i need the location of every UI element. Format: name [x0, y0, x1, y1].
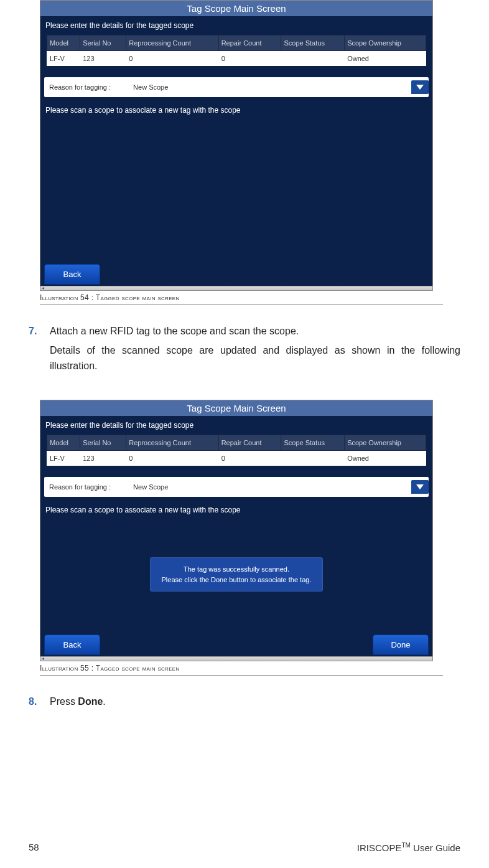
step-8-pre: Press — [50, 696, 78, 707]
table-row: LF-V 123 0 0 Owned — [47, 51, 426, 67]
col-ownership: Scope Ownership — [345, 35, 426, 51]
scrollbar[interactable] — [40, 656, 432, 661]
cell-model: LF-V — [47, 451, 80, 466]
svg-marker-0 — [416, 85, 424, 90]
page-footer: 58 IRISCOPETM User Guide — [29, 842, 460, 853]
cell-reproc: 0 — [126, 51, 218, 67]
reason-value: New Scope — [133, 83, 168, 91]
back-button[interactable]: Back — [44, 634, 100, 655]
step-8-bold: Done — [78, 696, 103, 707]
caption-number: 55 — [80, 664, 89, 672]
product-pre: IRISCOPE — [357, 842, 402, 853]
scrollbar[interactable] — [40, 286, 432, 290]
table-row: LF-V 123 0 0 Owned — [47, 451, 426, 466]
col-ownership: Scope Ownership — [345, 435, 426, 451]
page-number: 58 — [29, 842, 39, 853]
chevron-down-icon[interactable] — [411, 80, 429, 94]
scan-instruction: Please scan a scope to associate a new t… — [40, 97, 432, 117]
cell-serial: 123 — [80, 451, 126, 466]
scope-table: Model Serial No Reprocessing Count Repai… — [47, 435, 426, 466]
reason-select[interactable]: Reason for tagging : New Scope — [44, 477, 429, 497]
illustration-caption-54: Illustration 54 : Tagged scope main scre… — [40, 293, 443, 305]
product-post: User Guide — [411, 842, 460, 853]
col-reproc: Reprocessing Count — [126, 435, 218, 451]
col-repair: Repair Count — [218, 435, 281, 451]
step-8-text: Press Done. — [50, 694, 460, 710]
cell-repair: 0 — [218, 51, 281, 67]
reason-select[interactable]: Reason for tagging : New Scope — [44, 77, 429, 97]
reason-label: Reason for tagging : — [49, 83, 111, 91]
step-number: 8. — [29, 694, 50, 714]
col-model: Model — [47, 435, 80, 451]
step-8-post: . — [103, 696, 105, 707]
scan-instruction: Please scan a scope to associate a new t… — [40, 497, 432, 517]
panel-body: The tag was successfully scanned. Please… — [40, 517, 432, 632]
step-7: 7. Attach a new RFID tag to the scope an… — [29, 324, 460, 377]
col-serial: Serial No — [80, 435, 126, 451]
reason-value: New Scope — [133, 483, 168, 491]
cell-status — [281, 51, 345, 67]
panel-body — [40, 117, 432, 262]
done-button[interactable]: Done — [373, 634, 429, 655]
caption-word: Illustration — [40, 293, 78, 302]
col-repair: Repair Count — [218, 35, 281, 51]
trademark-icon: TM — [402, 842, 411, 849]
panel-subtitle: Please enter the details for the tagged … — [40, 416, 432, 433]
tag-scope-panel-55: Tag Scope Main Screen Please enter the d… — [40, 400, 433, 661]
scope-table: Model Serial No Reprocessing Count Repai… — [47, 35, 426, 66]
caption-word: Illustration — [40, 664, 78, 672]
cell-repair: 0 — [218, 451, 281, 466]
caption-text: : Tagged scope main screen — [91, 664, 180, 672]
tag-scope-panel-54: Tag Scope Main Screen Please enter the d… — [40, 0, 433, 291]
svg-marker-1 — [416, 484, 424, 489]
reason-label: Reason for tagging : — [49, 483, 111, 491]
caption-text: : Tagged scope main screen — [91, 293, 180, 302]
step-7-line2: Details of the scanned scope are updated… — [50, 343, 460, 374]
illustration-caption-55: Illustration 55 : Tagged scope main scre… — [40, 664, 443, 676]
panel-subtitle: Please enter the details for the tagged … — [40, 16, 432, 34]
cell-serial: 123 — [80, 51, 126, 67]
step-7-line1: Attach a new RFID tag to the scope and s… — [50, 324, 460, 339]
back-button[interactable]: Back — [44, 264, 100, 285]
cell-ownership: Owned — [345, 51, 426, 67]
cell-model: LF-V — [47, 51, 80, 67]
col-serial: Serial No — [80, 35, 126, 51]
col-status: Scope Status — [281, 435, 345, 451]
cell-reproc: 0 — [126, 451, 218, 466]
step-8: 8. Press Done. — [29, 694, 460, 714]
toast-line2: Please click the Done button to associat… — [162, 575, 312, 585]
step-number: 7. — [29, 324, 50, 377]
toast-line1: The tag was successfully scanned. — [162, 564, 312, 575]
col-model: Model — [47, 35, 80, 51]
col-reproc: Reprocessing Count — [126, 35, 218, 51]
cell-ownership: Owned — [345, 451, 426, 466]
chevron-down-icon[interactable] — [411, 480, 429, 494]
col-status: Scope Status — [281, 35, 345, 51]
product-name: IRISCOPETM User Guide — [357, 842, 460, 853]
success-toast: The tag was successfully scanned. Please… — [150, 557, 324, 592]
caption-number: 54 — [80, 293, 89, 302]
cell-status — [281, 451, 345, 466]
panel-title: Tag Scope Main Screen — [40, 400, 432, 416]
panel-title: Tag Scope Main Screen — [40, 1, 432, 16]
